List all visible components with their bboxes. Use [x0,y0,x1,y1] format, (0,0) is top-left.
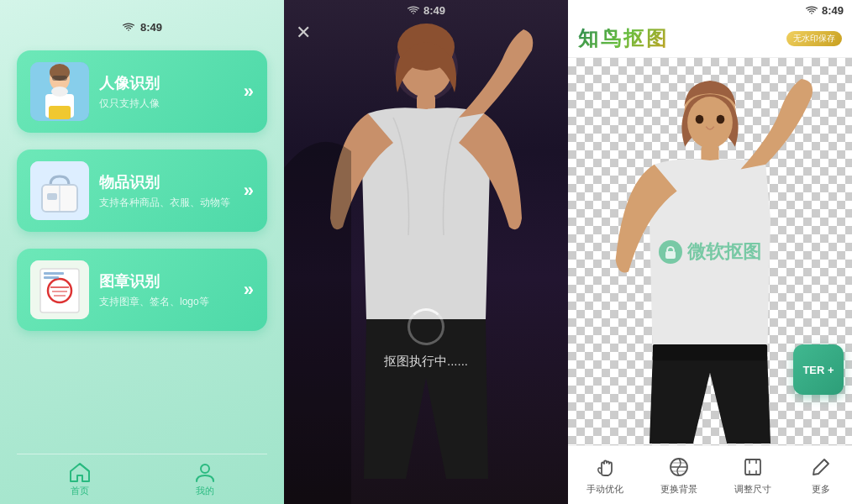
right-panel: 8:49 知鸟抠图 无水印保存 [568,0,852,504]
wifi-icon-right [805,5,818,15]
edit-icon [808,454,834,480]
svg-rect-17 [44,272,64,275]
portrait-card-title: 人像识别 [99,73,234,93]
wifi-icon [122,22,135,32]
watermark-badge[interactable]: 无水印保存 [786,31,842,46]
right-header: 知鸟抠图 无水印保存 [568,20,852,58]
nav-home[interactable]: 首页 [69,461,91,497]
toolbar-resize[interactable]: 调整尺寸 [734,454,771,496]
svg-point-3 [51,87,68,97]
portrait-card[interactable]: 人像识别 仅只支持人像 » [17,50,267,133]
watermark-icon [659,240,682,264]
background-label: 更换背景 [660,483,697,496]
stamp-card-subtitle: 支持图章、签名、logo等 [99,295,234,309]
svg-rect-6 [49,106,71,119]
object-card-image [30,161,89,220]
svg-point-26 [696,115,704,124]
svg-rect-5 [52,76,67,81]
toolbar-more[interactable]: 更多 [808,454,834,496]
time-middle: 8:49 [423,4,445,17]
stamp-card-arrow: » [244,279,254,301]
svg-rect-18 [44,276,59,279]
stamp-card-text: 图章识别 支持图章、签名、logo等 [99,271,234,309]
object-card-text: 物品识别 支持各种商品、衣服、动物等 [99,172,234,210]
processing-overlay: 抠图执行中...... [384,308,468,370]
svg-rect-29 [653,344,767,360]
nav-user[interactable]: 我的 [194,461,216,497]
lock-icon [663,244,678,260]
left-panel: 8:49 人像识别 [0,0,284,504]
person-svg [284,0,568,504]
bottom-nav: 首页 我的 [17,454,267,504]
watermark-text: 微软抠图 [659,239,761,265]
nav-user-label: 我的 [196,485,214,497]
portrait-card-subtitle: 仅只支持人像 [99,97,234,111]
svg-rect-12 [40,269,79,312]
object-card-arrow: » [244,180,254,202]
svg-point-27 [717,115,725,124]
portrait-card-image [30,62,89,121]
right-toolbar: 手动优化 更换背景 [568,445,852,504]
toolbar-optimize[interactable]: 手动优化 [586,454,623,496]
dark-bg [284,0,568,504]
time-left: 8:49 [140,21,162,34]
nav-home-label: 首页 [71,485,89,497]
optimize-label: 手动优化 [586,483,623,496]
svg-point-25 [687,97,733,148]
object-card-subtitle: 支持各种商品、衣服、动物等 [99,196,234,210]
more-label: 更多 [812,483,830,496]
time-right: 8:49 [822,4,844,17]
ter-plus-button[interactable]: TER + [793,344,844,395]
resize-label: 调整尺寸 [734,483,771,496]
status-bar-left: 8:49 [17,17,267,37]
background-icon [666,454,692,480]
processing-text: 抠图执行中...... [384,354,468,370]
toolbar-background[interactable]: 更换背景 [660,454,697,496]
result-image-area: 微软抠图 TER + [568,58,852,445]
svg-point-19 [201,465,209,473]
svg-rect-23 [417,94,435,111]
stamp-card-image [30,260,89,319]
app-logo: 知鸟抠图 [578,25,669,52]
status-bar-right: 8:49 [568,0,852,20]
home-icon [69,461,91,483]
user-icon [194,461,216,483]
svg-rect-32 [745,459,760,475]
menu-cards: 人像识别 仅只支持人像 » 物品识别 支 [17,50,267,454]
portrait-card-arrow: » [244,81,254,102]
object-card[interactable]: 物品识别 支持各种商品、衣服、动物等 » [17,150,267,232]
hand-icon [592,454,618,480]
svg-rect-30 [665,251,676,259]
resize-icon [740,454,765,480]
stamp-card[interactable]: 图章识别 支持图章、签名、logo等 » [17,249,267,331]
loading-spinner [408,308,444,345]
svg-rect-10 [47,193,57,200]
status-bar-middle: 8:49 [284,0,568,20]
stamp-card-title: 图章识别 [99,271,234,291]
object-card-title: 物品识别 [99,172,234,192]
close-button[interactable]: ✕ [296,22,311,44]
portrait-card-text: 人像识别 仅只支持人像 [99,73,234,111]
middle-panel: 8:49 ✕ [284,0,568,504]
wifi-icon-middle [407,5,420,15]
